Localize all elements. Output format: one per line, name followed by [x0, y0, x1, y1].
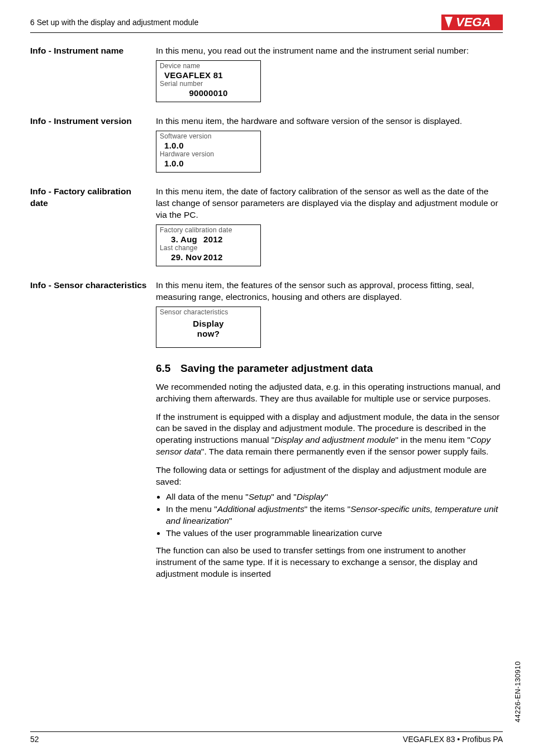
section-label: Info - Instrument name: [30, 45, 156, 57]
list-item: All data of the menu "Setup" and "Displa…: [166, 491, 503, 503]
page-footer: 52 VEGAFLEX 83 • Profibus PA: [30, 731, 503, 745]
lcd-versions: Software version 1.0.0 Hardware version …: [156, 131, 261, 173]
product-name: VEGAFLEX 83 • Profibus PA: [403, 734, 503, 745]
section-heading: 6.5Saving the parameter adjustment data: [156, 361, 503, 376]
section-number: 6.5: [156, 361, 180, 376]
section-instrument-version: Info - Instrument version In this menu i…: [30, 116, 503, 173]
lcd-value: 29. Nov: [164, 252, 203, 263]
bullet-list: All data of the menu "Setup" and "Displa…: [156, 491, 503, 539]
list-item: The values of the user programmable line…: [166, 528, 503, 539]
section-paragraph: In this menu item, the features of the s…: [156, 280, 503, 303]
lcd-value: 2012: [203, 252, 223, 263]
lcd-label: Sensor characteristics: [160, 309, 257, 317]
section-paragraph: In this menu, you read out the instrumen…: [156, 45, 503, 57]
section-saving-data: 6.5Saving the parameter adjustment data …: [156, 361, 503, 580]
page-number: 52: [30, 734, 39, 745]
list-item: In the menu "Additional adjustments" the…: [166, 504, 503, 527]
lcd-label: Device name: [160, 63, 257, 70]
section-sensor-characteristics: Info - Sensor characteristics In this me…: [30, 280, 503, 348]
section-factory-calibration: Info - Factory calibration date In this …: [30, 186, 503, 266]
lcd-value: now?: [160, 329, 257, 339]
lcd-value: 3. Aug: [164, 235, 203, 245]
lcd-label: Software version: [160, 133, 257, 141]
lcd-label: Hardware version: [160, 151, 257, 159]
lcd-value: 90000010: [160, 88, 257, 99]
paragraph: The function can also be used to transfe…: [156, 545, 503, 580]
section-instrument-name: Info - Instrument name In this menu, you…: [30, 45, 503, 102]
section-label: Info - Instrument version: [30, 116, 156, 127]
paragraph: If the instrument is equipped with a dis…: [156, 412, 503, 458]
section-label: Info - Sensor characteristics: [30, 280, 156, 291]
lcd-value: 2012: [203, 235, 223, 245]
paragraph: We recommended noting the adjusted data,…: [156, 381, 503, 405]
lcd-value: VEGAFLEX 81: [160, 70, 257, 81]
section-label: Info - Factory calibration date: [30, 186, 156, 209]
paragraph: The following data or settings for adjus…: [156, 465, 503, 488]
vega-logo: VEGA: [441, 15, 503, 30]
lcd-label: Serial number: [160, 80, 257, 88]
svg-text:VEGA: VEGA: [456, 15, 491, 29]
section-paragraph: In this menu item, the hardware and soft…: [156, 116, 503, 127]
section-title: Saving the parameter adjustment data: [180, 362, 373, 374]
lcd-value: 1.0.0: [160, 159, 257, 169]
lcd-value: Display: [160, 319, 257, 329]
lcd-device-name: Device name VEGAFLEX 81 Serial number 90…: [156, 60, 261, 102]
page-header: 6 Set up with the display and adjustment…: [30, 15, 503, 33]
section-paragraph: In this menu item, the date of factory c…: [156, 186, 503, 221]
lcd-label: Factory calibration date: [160, 227, 257, 235]
header-section-title: 6 Set up with the display and adjustment…: [30, 17, 198, 28]
lcd-value: 1.0.0: [160, 141, 257, 151]
document-id: 44226-EN-130910: [513, 661, 523, 722]
lcd-label: Last change: [160, 245, 257, 252]
lcd-sensor-characteristics: Sensor characteristics Display now?: [156, 307, 261, 348]
lcd-calibration-date: Factory calibration date 3. Aug 2012 Las…: [156, 224, 261, 266]
